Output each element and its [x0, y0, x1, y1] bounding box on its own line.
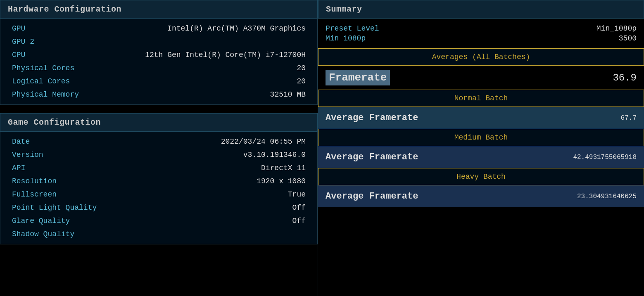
- normal-batch-avg-row: Average Framerate 67.7: [318, 107, 644, 129]
- date-row: Date 2022/03/24 06:55 PM: [0, 135, 317, 148]
- cpu-label: CPU: [12, 51, 25, 59]
- logical-cores-label: Logical Cores: [12, 77, 70, 85]
- framerate-row: Framerate 36.9: [318, 66, 644, 90]
- game-config-header: Game Configuration: [0, 113, 318, 132]
- heavy-avg-framerate-label: Average Framerate: [326, 191, 418, 201]
- logical-cores-value: 20: [297, 77, 306, 85]
- glare-quality-value: Off: [292, 217, 306, 225]
- hardware-config-header: Hardware Configuration: [0, 0, 318, 19]
- min-1080p-row: Min_1080p 3500: [318, 34, 644, 48]
- min-1080p-label: Min_1080p: [326, 34, 366, 43]
- framerate-label: Framerate: [326, 70, 390, 85]
- version-row: Version v3.10.191346.0: [0, 148, 317, 161]
- glare-quality-label: Glare Quality: [12, 217, 70, 225]
- physical-cores-value: 20: [297, 64, 306, 72]
- physical-memory-label: Physical Memory: [12, 90, 79, 99]
- version-value: v3.10.191346.0: [243, 151, 306, 159]
- fullscreen-row: Fullscreen True: [0, 188, 317, 201]
- normal-batch-header: Normal Batch: [318, 90, 644, 107]
- fullscreen-value: True: [288, 190, 306, 199]
- heavy-avg-framerate-value: 23.304931640625: [577, 193, 637, 200]
- normal-avg-framerate-label: Average Framerate: [326, 113, 418, 123]
- shadow-quality-label: Shadow Quality: [12, 230, 74, 238]
- framerate-value: 36.9: [613, 72, 637, 83]
- gpu2-label: GPU 2: [12, 38, 34, 46]
- physical-memory-row: Physical Memory 32510 MB: [0, 88, 317, 101]
- preset-level-row: Preset Level Min_1080p: [318, 19, 644, 34]
- cpu-row: CPU 12th Gen Intel(R) Core(TM) i7-12700H: [0, 48, 317, 62]
- heavy-batch-header: Heavy Batch: [318, 168, 644, 185]
- point-light-quality-value: Off: [292, 204, 306, 212]
- summary-header: Summary: [318, 0, 644, 19]
- gpu-row: GPU Intel(R) Arc(TM) A370M Graphics: [0, 22, 317, 35]
- medium-avg-framerate-label: Average Framerate: [326, 152, 418, 162]
- date-label: Date: [12, 137, 30, 146]
- cpu-value: 12th Gen Intel(R) Core(TM) i7-12700H: [145, 51, 306, 59]
- min-1080p-value: 3500: [619, 34, 637, 43]
- averages-all-batches-header: Averages (All Batches): [318, 48, 644, 66]
- heavy-batch-avg-row: Average Framerate 23.304931640625: [318, 185, 644, 207]
- api-row: API DirectX 11: [0, 161, 317, 175]
- api-label: API: [12, 164, 25, 172]
- point-light-quality-label: Point Light Quality: [12, 204, 97, 212]
- medium-batch-avg-row: Average Framerate 42.4931755065918: [318, 146, 644, 168]
- hardware-data-table: GPU Intel(R) Arc(TM) A370M Graphics GPU …: [0, 19, 318, 105]
- shadow-quality-row: Shadow Quality: [0, 227, 317, 241]
- physical-cores-label: Physical Cores: [12, 64, 74, 72]
- resolution-label: Resolution: [12, 177, 57, 185]
- medium-batch-header: Medium Batch: [318, 129, 644, 146]
- medium-avg-framerate-value: 42.4931755065918: [573, 154, 637, 161]
- left-panel: Hardware Configuration GPU Intel(R) Arc(…: [0, 0, 318, 296]
- resolution-row: Resolution 1920 x 1080: [0, 175, 317, 188]
- normal-avg-framerate-value: 67.7: [621, 114, 637, 122]
- preset-level-value: Min_1080p: [596, 24, 637, 33]
- version-label: Version: [12, 151, 43, 159]
- summary-section: Preset Level Min_1080p Min_1080p 3500: [318, 19, 644, 48]
- gpu-label: GPU: [12, 24, 25, 33]
- fullscreen-label: Fullscreen: [12, 190, 57, 199]
- gpu2-row: GPU 2: [0, 35, 317, 48]
- physical-cores-row: Physical Cores 20: [0, 62, 317, 75]
- api-value: DirectX 11: [261, 164, 306, 172]
- point-light-quality-row: Point Light Quality Off: [0, 201, 317, 214]
- resolution-value: 1920 x 1080: [257, 177, 306, 185]
- gpu-value: Intel(R) Arc(TM) A370M Graphics: [167, 24, 306, 33]
- right-panel: Summary Preset Level Min_1080p Min_1080p…: [318, 0, 644, 296]
- preset-level-label: Preset Level: [326, 24, 379, 33]
- physical-memory-value: 32510 MB: [270, 90, 306, 99]
- date-value: 2022/03/24 06:55 PM: [221, 137, 306, 146]
- glare-quality-row: Glare Quality Off: [0, 214, 317, 227]
- game-data-table: Date 2022/03/24 06:55 PM Version v3.10.1…: [0, 132, 318, 244]
- logical-cores-row: Logical Cores 20: [0, 75, 317, 88]
